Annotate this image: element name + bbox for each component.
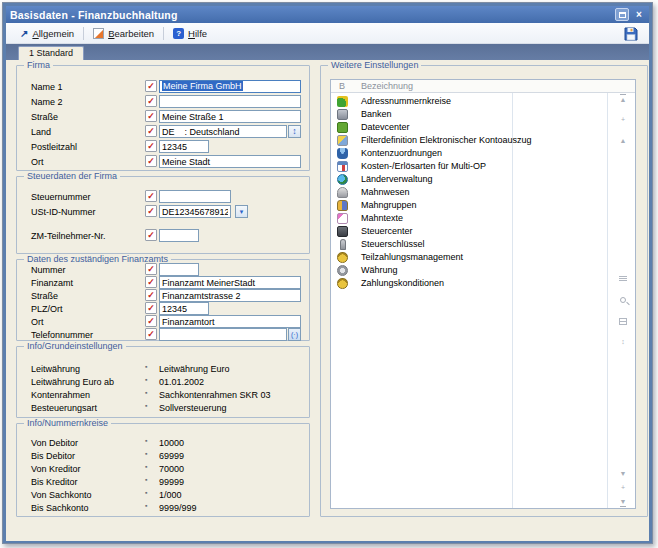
close-window-button[interactable]: ×	[632, 8, 646, 21]
bullet-icon: ▪	[145, 489, 147, 496]
arrow-northeast-icon: ↗	[20, 28, 28, 39]
save-button[interactable]	[622, 26, 639, 42]
tab-strip: 1 Standard	[6, 44, 649, 60]
list-item[interactable]: Teilzahlungsmanagement	[331, 251, 604, 263]
grip-handle[interactable]	[609, 276, 637, 281]
group-grundeinstellungen-title: Info/Grundeinstellungen	[24, 341, 126, 351]
bullet-icon: ▪	[145, 389, 147, 396]
finanzamt-strasse-input[interactable]	[159, 289, 301, 302]
name2-input[interactable]	[159, 95, 301, 108]
search-button[interactable]	[609, 297, 637, 303]
group-weitere-einstellungen: Weitere Einstellungen B Bezeichnung Adre…	[320, 65, 648, 517]
bullet-icon: ▪	[145, 476, 147, 483]
menu-separator	[83, 27, 84, 40]
plus-icon: +	[621, 116, 625, 123]
info-value: Sollversteuerung	[159, 403, 227, 413]
list-item[interactable]: Steuerschlüssel	[331, 238, 604, 250]
strasse-input[interactable]	[159, 110, 301, 123]
chevron-down-icon: ▼	[239, 209, 245, 215]
info-label: Kontenrahmen	[31, 390, 90, 400]
menu-separator	[163, 27, 164, 40]
scroll-to-top-icon: ▲	[620, 94, 627, 103]
info-label: Von Sachkonto	[31, 490, 92, 500]
list-item[interactable]: Mahnwesen	[331, 186, 604, 198]
finanzamt-ort-input[interactable]	[159, 315, 301, 328]
list-item[interactable]: Kontenzuordnungen	[331, 147, 604, 159]
finanzamt-plz-input[interactable]	[159, 302, 209, 315]
window-title: Basisdaten - Finanzbuchhaltung	[10, 9, 178, 21]
tab-standard[interactable]: 1 Standard	[18, 46, 84, 60]
finanzamt-nummer-input[interactable]	[159, 263, 199, 276]
group-steuerdaten-title: Steuerdaten der Firma	[24, 171, 120, 181]
list-item[interactable]: Filterdefinition Elektronischer Kontoaus…	[331, 134, 604, 146]
menu-bearbeiten-label: Bearbeiten	[108, 28, 154, 39]
bullet-icon: ▪	[145, 463, 147, 470]
list-item[interactable]: Banken	[331, 108, 604, 120]
telefonnummer-input[interactable]	[159, 328, 287, 341]
ort-input[interactable]	[159, 155, 301, 168]
field-label: Finanzamt	[31, 278, 73, 288]
list-item[interactable]: Mahngruppen	[331, 199, 604, 211]
menu-hilfe-label: Hilfe	[188, 28, 207, 39]
restore-window-button[interactable]	[615, 8, 629, 21]
panel-button[interactable]	[609, 318, 637, 325]
postleitzahl-input[interactable]	[159, 140, 209, 153]
scroll-add-button[interactable]: +	[609, 116, 637, 123]
scroll-up-button[interactable]: ▲	[609, 137, 637, 144]
land-spin-button[interactable]: ↕	[288, 125, 301, 138]
required-check-icon: ✓	[145, 229, 157, 241]
info-label: Leitwährung	[31, 364, 80, 374]
list-item[interactable]: Währung	[331, 264, 604, 276]
ustid-dropdown-button[interactable]: ▼	[235, 205, 248, 218]
menu-bearbeiten[interactable]: Bearbeiten	[87, 26, 160, 41]
steuernummer-input[interactable]	[159, 190, 231, 203]
scroll-up-icon: ▲	[620, 137, 627, 144]
field-label: Name 2	[31, 97, 63, 107]
sort-button[interactable]: ↕	[609, 338, 637, 345]
list-item[interactable]: Steuercenter	[331, 225, 604, 237]
settings-list[interactable]: B Bezeichnung Adressnummernkreise Banken…	[330, 79, 636, 509]
group-steuerdaten: Steuerdaten der Firma Steuernummer ✓ USt…	[16, 176, 310, 254]
menu-allgemein[interactable]: ↗ Allgemein	[14, 26, 80, 41]
group-nummernkreise: Info/Nummernkreise Von Debitor ▪ 10000 B…	[16, 423, 310, 517]
zm-teilnehmer-input[interactable]	[159, 229, 199, 242]
scroll-down-icon: ▼	[620, 470, 627, 477]
phone-dial-button[interactable]: (·)	[288, 328, 301, 341]
info-value: 99999	[159, 477, 184, 487]
scroll-to-bottom-button[interactable]: ▼	[609, 498, 637, 507]
list-item[interactable]: Kosten-/Erlösarten für Multi-OP	[331, 160, 604, 172]
field-label: ZM-Teilnehmer-Nr.	[31, 231, 106, 241]
bullet-icon: ▪	[145, 450, 147, 457]
phone-icon: (·)	[291, 331, 298, 338]
required-check-icon: ✓	[145, 190, 157, 202]
finanzamt-name-input[interactable]	[159, 276, 301, 289]
field-label: Straße	[31, 291, 58, 301]
required-check-icon: ✓	[145, 315, 157, 327]
field-label: Ort	[31, 317, 44, 327]
list-item[interactable]: Adressnummernkreise	[331, 95, 604, 107]
list-item[interactable]: Datevcenter	[331, 121, 604, 133]
up-down-arrow-icon: ↕	[292, 126, 297, 136]
field-label: Straße	[31, 112, 58, 122]
scroll-to-top-button[interactable]: ▲	[609, 94, 637, 103]
scroll-add-button[interactable]: +	[609, 484, 637, 491]
save-disk-icon	[624, 27, 638, 41]
address-number-ranges-icon	[337, 96, 348, 107]
menu-hilfe[interactable]: ? Hilfe	[167, 26, 213, 41]
edit-page-icon	[93, 28, 104, 39]
list-item[interactable]: Zahlungskonditionen	[331, 277, 604, 289]
plus-icon: +	[621, 484, 625, 491]
info-label: Von Kreditor	[31, 464, 81, 474]
ustid-input[interactable]	[159, 205, 231, 218]
list-item[interactable]: Länderverwaltung	[331, 173, 604, 185]
info-value: 10000	[159, 438, 184, 448]
name1-input[interactable]: Meine Firma GmbH	[159, 80, 301, 93]
search-icon	[620, 297, 626, 303]
list-item[interactable]: Mahntexte	[331, 212, 604, 224]
sort-arrows-icon: ↕	[621, 338, 625, 345]
land-combobox[interactable]: DE : Deutschland	[159, 125, 287, 138]
scroll-down-button[interactable]: ▼	[609, 470, 637, 477]
info-label: Leitwährung Euro ab	[31, 377, 114, 387]
window-frame: Basisdaten - Finanzbuchhaltung × ↗ Allge…	[3, 3, 652, 543]
menu-bar: ↗ Allgemein Bearbeiten ? Hilfe	[6, 23, 649, 44]
